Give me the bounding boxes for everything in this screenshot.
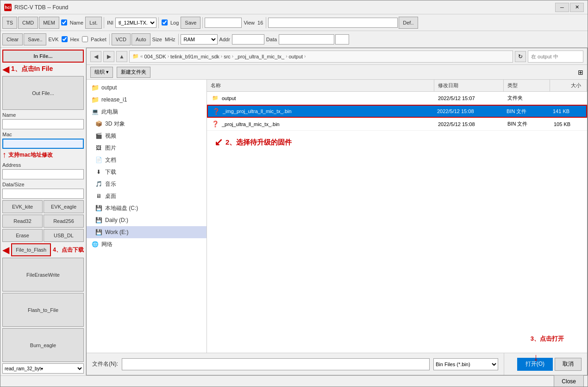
- refresh-button[interactable]: ↻: [515, 51, 526, 62]
- tree-label-image: 图片: [105, 144, 116, 152]
- file-list: 📁 output 2022/5/12 15:07 文件夹 ❓ _img_pro: [207, 92, 587, 353]
- new-folder-button[interactable]: 新建文件夹: [117, 67, 150, 78]
- breadcrumb-item3[interactable]: _proj_ultra_ll_mic_tx_: [235, 54, 284, 59]
- in-file-button[interactable]: In File...: [2, 50, 84, 63]
- command-dropdown[interactable]: read_ram_32_byt▾: [2, 363, 84, 374]
- view-toggle-button[interactable]: ⊞: [578, 69, 583, 76]
- forward-button[interactable]: ▶: [103, 51, 114, 62]
- out-file-button[interactable]: Out File...: [2, 76, 84, 110]
- view-label: View: [243, 20, 256, 25]
- breadcrumb-item1[interactable]: telink_b91m_mic_sdk: [170, 54, 219, 59]
- data-value-input[interactable]: 1: [335, 34, 349, 44]
- ts-button[interactable]: TS: [2, 17, 17, 29]
- file-row-bin2[interactable]: ❓ _proj_ultra_ll_mic_tx_.bin 2022/5/12 1…: [207, 118, 587, 131]
- minimize-button[interactable]: ─: [555, 3, 569, 12]
- ram-select[interactable]: RAM: [181, 34, 218, 44]
- address-input[interactable]: 00000000: [2, 169, 84, 179]
- breadcrumb-item2[interactable]: src: [224, 54, 231, 59]
- file-icon-output: 📁: [211, 94, 220, 103]
- col-date-header[interactable]: 修改日期: [434, 80, 504, 91]
- tree-item-diskE[interactable]: 💾 Work (E:): [87, 226, 206, 238]
- tree-item-image[interactable]: 🖼 图片: [87, 142, 206, 154]
- evk-buttons: EVK_kite EVK_eagle: [2, 200, 84, 213]
- separator3: [202, 17, 203, 28]
- dialog-bottom-row: 文件名(N): _img_proj_ultra_ll_mic_tx_.bin B…: [87, 353, 587, 375]
- erase-button[interactable]: Erase: [2, 229, 43, 242]
- search-input[interactable]: [528, 51, 583, 63]
- packet-checkbox[interactable]: [82, 36, 88, 42]
- tree-item-diskC[interactable]: 💾 本地磁盘 (C:): [87, 202, 206, 214]
- evk-label: EVK: [47, 37, 59, 42]
- ini-select[interactable]: tl_12MLI-TX.: [115, 18, 156, 28]
- tree-item-desktop[interactable]: 🖥 桌面: [87, 190, 206, 202]
- data-size-input[interactable]: 00100000: [2, 189, 84, 199]
- col-name-header[interactable]: 名称: [207, 80, 434, 91]
- titlebar: hci RISC-V TDB -- Found ─ ✕: [0, 0, 588, 14]
- view-value: 16: [256, 20, 264, 25]
- name-input[interactable]: AUDIO_M: [2, 119, 84, 129]
- evk-kite-button[interactable]: EVK_kite: [2, 200, 43, 213]
- path-input[interactable]: D:\work\eagle-audio\telink_b91m_mic_sdk: [268, 18, 398, 28]
- file-erase-write-button[interactable]: FileEraseWrite: [2, 258, 84, 292]
- usb-dl-button[interactable]: USB_DL: [44, 229, 84, 242]
- name-checkbox[interactable]: [61, 19, 67, 25]
- tree-item-diskD[interactable]: 💾 Daily (D:): [87, 214, 206, 226]
- breadcrumb-item4[interactable]: output: [288, 54, 303, 59]
- tree-item-computer[interactable]: 💻 此电脑: [87, 106, 206, 118]
- file-panel: 名称 修改日期 类型 大小 📁 output 2022/5/12 15:07: [207, 80, 587, 353]
- main-window: hci RISC-V TDB -- Found ─ ✕ TS CMD MEM N…: [0, 0, 588, 387]
- burn-eagle-button[interactable]: Burn_eagle: [2, 328, 84, 362]
- file-cell-size-bin2: 105 KB: [550, 121, 587, 127]
- dialog-toolbar2: 组织 ▾ 新建文件夹 ⊞: [87, 65, 587, 80]
- mac-input[interactable]: 33e0 2b708b8e: [2, 139, 84, 149]
- view-area: [205, 18, 242, 28]
- mem-button[interactable]: MEM: [39, 17, 59, 29]
- def-button[interactable]: Def..: [399, 17, 418, 29]
- auto-button[interactable]: Auto: [131, 33, 150, 45]
- cancel-button[interactable]: 取消: [555, 358, 582, 371]
- clear-button[interactable]: Clear: [2, 33, 23, 45]
- vcd-button[interactable]: VCD: [112, 33, 131, 45]
- filetype-select[interactable]: Bin Files (*.bin): [433, 358, 498, 370]
- save2-button[interactable]: Save..: [24, 33, 46, 45]
- tree-item-output[interactable]: 📁 output: [87, 82, 206, 94]
- file-to-flash-button[interactable]: File_to_Flash: [11, 243, 51, 256]
- file-cell-date-bin1: 2022/5/12 15:08: [433, 108, 503, 114]
- tree-item-download[interactable]: ⬇ 下载: [87, 166, 206, 178]
- tree-label-video: 视频: [105, 132, 116, 140]
- read256-button[interactable]: Read256: [44, 215, 84, 228]
- col-type-header[interactable]: 类型: [504, 80, 550, 91]
- tree-item-3d[interactable]: 📦 3D 对象: [87, 118, 206, 130]
- close-button[interactable]: ✕: [570, 3, 584, 12]
- breadcrumb-sep2: ›: [221, 54, 222, 59]
- file-row-bin1[interactable]: ❓ _img_proj_ultra_ll_mic_tx_.bin 2022/5/…: [207, 105, 587, 118]
- in-file-section: In File... ◀ 1、点击In File: [2, 50, 84, 75]
- file-row-output[interactable]: 📁 output 2022/5/12 15:07 文件夹: [207, 92, 587, 105]
- data-input[interactable]: [279, 34, 334, 44]
- up-button[interactable]: ▲: [116, 51, 127, 62]
- col-size-header[interactable]: 大小: [550, 80, 587, 91]
- log-checkbox[interactable]: [162, 19, 168, 25]
- tree-item-music[interactable]: 🎵 音乐: [87, 178, 206, 190]
- read32-button[interactable]: Read32: [2, 215, 43, 228]
- back-button[interactable]: ◀: [90, 51, 101, 62]
- annotation1-text: 1、点击In File: [11, 65, 53, 73]
- tree-item-doc[interactable]: 📄 文档: [87, 154, 206, 166]
- flash-to-file-button[interactable]: Flash_to_File: [2, 293, 84, 327]
- tree-item-release[interactable]: 📁 release_i1: [87, 94, 206, 106]
- hex-checkbox[interactable]: [62, 36, 68, 42]
- evk-eagle-button[interactable]: EVK_eagle: [44, 200, 84, 213]
- name-field-label: Name: [2, 112, 84, 118]
- filename-input[interactable]: _img_proj_ultra_ll_mic_tx_.bin: [122, 358, 430, 370]
- tree-item-video[interactable]: 🎬 视频: [87, 130, 206, 142]
- close-status-button[interactable]: Close: [554, 375, 584, 387]
- addr-input[interactable]: 1401e0: [232, 34, 264, 44]
- address-field-label: Address: [2, 162, 84, 168]
- lst-button[interactable]: Lst.: [85, 17, 102, 29]
- save-button[interactable]: Save: [181, 17, 200, 29]
- breadcrumb[interactable]: 📁 « 004_SDK › telink_b91m_mic_sdk › src …: [129, 51, 513, 63]
- organize-button[interactable]: 组织 ▾: [90, 67, 113, 78]
- cmd-button[interactable]: CMD: [18, 17, 38, 29]
- tree-item-network[interactable]: 🌐 网络: [87, 238, 206, 250]
- breadcrumb-item0[interactable]: 004_SDK: [144, 54, 166, 59]
